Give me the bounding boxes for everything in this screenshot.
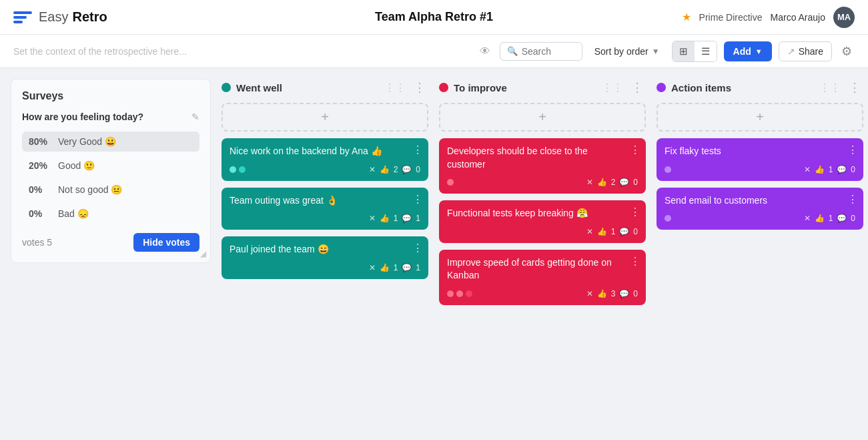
- card-menu-button[interactable]: ⋮: [412, 242, 423, 254]
- card-footer: ✕ 👍 3 💬 0: [447, 289, 638, 298]
- settings-button[interactable]: ⚙: [839, 41, 855, 61]
- column-went-well-title: Went well: [236, 82, 379, 93]
- like-count-2: 1: [394, 263, 398, 272]
- column-action-items-dot: [657, 83, 666, 92]
- like-icon: 👍: [380, 263, 390, 272]
- resize-handle[interactable]: ◢: [200, 249, 206, 258]
- card-dots: [447, 290, 472, 297]
- list-view-button[interactable]: ☰: [695, 41, 717, 61]
- close-icon[interactable]: ✕: [369, 263, 376, 272]
- like-icon: 👍: [597, 178, 607, 187]
- dot-pink: [447, 179, 454, 186]
- column-went-well-header: Went well ⋮⋮ ⋮: [222, 79, 428, 96]
- logo-retro-text: Retro: [72, 9, 107, 25]
- logo-icon: [13, 11, 32, 23]
- add-card-to-improve-button[interactable]: +: [439, 103, 646, 132]
- comment-count: 0: [851, 165, 855, 174]
- surveys-panel: Surveys How are you feeling today? ✎ 80%…: [11, 79, 211, 263]
- main-content: Surveys How are you feeling today? ✎ 80%…: [0, 68, 868, 322]
- card-menu-button[interactable]: ⋮: [847, 144, 858, 156]
- like-count: 1: [829, 214, 833, 223]
- comment-icon: 💬: [619, 178, 629, 187]
- share-button[interactable]: ↗ Share: [779, 41, 832, 61]
- user-name: Marco Araujo: [771, 12, 825, 23]
- card-text: Functional tests keep breaking 😤: [447, 207, 638, 220]
- column-went-well-menu-button[interactable]: ⋮: [411, 79, 428, 96]
- column-went-well-dot: [222, 83, 231, 92]
- survey-option-0: 80% Very Good 😀: [22, 132, 199, 152]
- card-menu-button[interactable]: ⋮: [412, 144, 423, 156]
- header-right: ★ Prime Directive Marco Araujo MA: [682, 7, 855, 28]
- survey-label-3: Bad 😞: [58, 208, 89, 219]
- logo[interactable]: EasyRetro: [13, 9, 107, 25]
- survey-label-0: Very Good 😀: [58, 136, 116, 147]
- search-input[interactable]: [522, 46, 575, 57]
- avatar[interactable]: MA: [833, 7, 855, 28]
- sort-button[interactable]: Sort by order ▼: [589, 42, 665, 61]
- like-icon: 👍: [597, 227, 607, 236]
- card-to-improve-0: ⋮ Developers should be close to the cust…: [439, 138, 646, 194]
- card-menu-button[interactable]: ⋮: [847, 193, 858, 206]
- card-text: Paul joined the team 😄: [230, 243, 420, 256]
- add-button[interactable]: Add ▼: [724, 41, 772, 61]
- column-went-well: Went well ⋮⋮ ⋮ + ⋮ Nice work on the back…: [222, 79, 428, 312]
- card-menu-button[interactable]: ⋮: [630, 144, 640, 156]
- comment-icon: 💬: [837, 165, 847, 174]
- survey-pct-2: 0%: [29, 184, 53, 195]
- card-menu-button[interactable]: ⋮: [630, 255, 640, 268]
- column-action-items-menu-button[interactable]: ⋮: [846, 79, 863, 96]
- comment-icon: 💬: [837, 214, 847, 223]
- card-dots: [230, 166, 246, 173]
- survey-option-2: 0% Not so good 😐: [22, 180, 199, 200]
- card-dots: [447, 179, 454, 186]
- comment-count-0: 0: [416, 165, 420, 174]
- add-label: Add: [733, 46, 751, 57]
- close-icon[interactable]: ✕: [369, 214, 376, 223]
- comment-icon: 💬: [619, 289, 629, 298]
- like-count: 1: [829, 165, 833, 174]
- card-menu-button[interactable]: ⋮: [412, 193, 423, 206]
- like-count-0: 2: [394, 165, 398, 174]
- column-to-improve: To improve ⋮⋮ ⋮ + ⋮ Developers should be…: [439, 79, 646, 312]
- card-to-improve-2: ⋮ Improve speed of cards getting done on…: [439, 250, 646, 305]
- hide-votes-button[interactable]: Hide votes: [133, 233, 199, 252]
- add-card-went-well-button[interactable]: +: [222, 103, 428, 132]
- card-text: Team outing was great 👌: [230, 194, 420, 208]
- grid-view-button[interactable]: ⊞: [673, 41, 695, 61]
- toolbar-right: 👁 🔍 Sort by order ▼ ⊞ ☰ Add ▼ ↗ Share ⚙: [477, 41, 855, 62]
- votes-row: votes 5 Hide votes: [22, 233, 199, 252]
- dot-2: [456, 290, 463, 297]
- card-menu-button[interactable]: ⋮: [630, 206, 640, 218]
- card-action-1: ⋮ Send email to customers ✕ 👍 1 💬 0: [657, 188, 863, 230]
- surveys-title: Surveys: [22, 90, 199, 102]
- share-icon: ↗: [787, 46, 795, 57]
- column-to-improve-dot: [439, 83, 448, 92]
- close-icon[interactable]: ✕: [369, 165, 376, 174]
- toolbar: Set the context of the retrospective her…: [0, 35, 868, 68]
- search-box: 🔍: [500, 42, 582, 61]
- survey-label-1: Good 🙂: [58, 160, 95, 171]
- column-action-items-title: Action items: [671, 82, 814, 93]
- card-action-0: ⋮ Fix flaky tests ✕ 👍 1 💬 0: [657, 138, 863, 181]
- survey-option-3: 0% Bad 😞: [22, 204, 199, 224]
- close-icon[interactable]: ✕: [586, 178, 593, 187]
- comment-count: 0: [633, 289, 638, 298]
- column-to-improve-menu-button[interactable]: ⋮: [628, 79, 646, 96]
- card-footer: ✕ 👍 1 💬 0: [447, 227, 638, 236]
- drag-handle-icon: ⋮⋮: [602, 81, 623, 94]
- edit-question-button[interactable]: ✎: [191, 112, 199, 122]
- card-footer: ✕ 👍 1 💬 0: [665, 214, 855, 223]
- drag-handle-icon: ⋮⋮: [384, 81, 406, 94]
- prime-directive-label[interactable]: Prime Directive: [699, 12, 763, 23]
- close-icon[interactable]: ✕: [586, 289, 593, 298]
- close-icon[interactable]: ✕: [804, 165, 811, 174]
- eye-button[interactable]: 👁: [477, 43, 493, 60]
- survey-pct-0: 80%: [29, 136, 53, 147]
- close-icon[interactable]: ✕: [804, 214, 811, 223]
- like-icon: 👍: [597, 289, 607, 298]
- survey-question-row: How are you feeling today? ✎: [22, 112, 199, 122]
- close-icon[interactable]: ✕: [586, 227, 593, 236]
- context-placeholder[interactable]: Set the context of the retrospective her…: [13, 46, 469, 57]
- add-card-action-items-button[interactable]: +: [657, 103, 863, 132]
- card-footer: ✕ 👍 2 💬 0: [447, 178, 638, 187]
